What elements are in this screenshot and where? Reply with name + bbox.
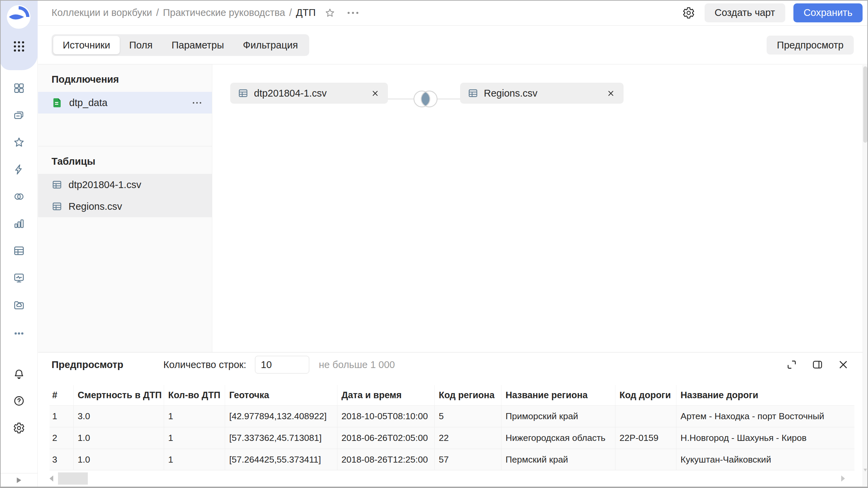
table-row: 2 1.0 1 [57.337362,45.713081] 2018-06-26… xyxy=(50,427,854,449)
column-header: Код дороги xyxy=(615,385,676,405)
preview-header: Предпросмотр Количество строк: не больше… xyxy=(38,352,868,377)
cell xyxy=(615,449,676,470)
cell xyxy=(615,406,676,427)
cell: 5 xyxy=(434,406,501,427)
all-services-grid-icon[interactable] xyxy=(12,39,26,54)
scroll-left-arrow[interactable] xyxy=(50,475,53,482)
row-count-label: Количество строк: xyxy=(163,359,246,370)
preview-title: Предпросмотр xyxy=(52,359,123,370)
preview-table-header: # Смертность в ДТП Кол-во ДТП Геоточка Д… xyxy=(50,385,854,405)
cell: Н.Новгород - Шахунья - Киров xyxy=(676,427,854,449)
cell: Артем - Находка - порт Восточный xyxy=(676,406,854,427)
close-preview-icon[interactable] xyxy=(836,358,850,372)
column-header: Код региона xyxy=(434,385,501,405)
tab-sources[interactable]: Источники xyxy=(53,36,120,54)
table-name: Regions.csv xyxy=(68,201,122,212)
table-row: 1 3.0 1 [42.977894,132.408922] 2018-10-0… xyxy=(50,405,854,427)
breadcrumb-separator: / xyxy=(289,7,292,18)
breadcrumb-more-icon[interactable] xyxy=(347,11,359,15)
collections-icon[interactable] xyxy=(13,82,25,94)
node-label: Regions.csv xyxy=(484,88,537,99)
connection-menu-icon[interactable] xyxy=(192,101,202,105)
remove-node-icon[interactable] xyxy=(606,88,616,99)
tab-parameters[interactable]: Параметры xyxy=(162,36,234,54)
sources-panel: Подключения dtp_data Таблицы dtp201 xyxy=(38,64,212,352)
workbooks-icon[interactable] xyxy=(13,109,25,121)
cell: 3 xyxy=(50,449,73,470)
table-icon xyxy=(468,88,478,99)
scroll-down-arrow[interactable] xyxy=(864,469,867,471)
dashboards-monitor-icon[interactable] xyxy=(13,272,25,284)
cell: 1.0 xyxy=(73,449,164,470)
preview-table: # Смертность в ДТП Кол-во ДТП Геоточка Д… xyxy=(50,385,854,470)
table-icon xyxy=(52,201,62,212)
preview-horizontal-scrollbar xyxy=(50,471,854,486)
connection-item-dtp-data[interactable]: dtp_data xyxy=(38,92,212,114)
more-ellipsis-icon[interactable] xyxy=(13,327,25,340)
dataset-tabs: Источники Поля Параметры Фильтрация xyxy=(52,34,309,56)
storage-folder-icon[interactable] xyxy=(13,299,25,311)
row-count-input[interactable] xyxy=(255,356,309,373)
cell: 22 xyxy=(434,427,501,449)
connection-name: dtp_data xyxy=(69,97,107,108)
datasets-venn-icon[interactable] xyxy=(13,190,25,203)
tables-section-title: Таблицы xyxy=(38,146,212,174)
tables-icon[interactable] xyxy=(13,245,25,257)
column-header: Геоточка xyxy=(225,385,337,405)
tab-fields[interactable]: Поля xyxy=(120,36,162,54)
column-header: # xyxy=(50,385,73,405)
table-item-regions[interactable]: Regions.csv xyxy=(38,196,212,217)
column-header: Кол-во ДТП xyxy=(164,385,225,405)
preview-panel: Предпросмотр Количество строк: не больше… xyxy=(38,352,868,488)
cell: Приморский край xyxy=(501,406,615,427)
cell: 1 xyxy=(164,449,225,470)
cell: 57 xyxy=(434,449,501,470)
cell: 1 xyxy=(50,406,73,427)
favorites-star-icon[interactable] xyxy=(13,136,25,148)
cell: [42.977894,132.408922] xyxy=(225,406,337,427)
create-chart-button[interactable]: Создать чарт xyxy=(705,3,785,22)
dock-right-panel-icon[interactable] xyxy=(810,358,825,372)
cell: 2 xyxy=(50,427,73,449)
cell: Нижегородская область xyxy=(501,427,615,449)
cell: Пермский край xyxy=(501,449,615,470)
scrollbar-thumb[interactable] xyxy=(863,66,867,143)
favorite-star-icon[interactable] xyxy=(324,7,335,18)
canvas-node-regions[interactable]: Regions.csv xyxy=(460,83,624,104)
breadcrumb-collections[interactable]: Коллекции и воркбуки xyxy=(52,7,152,18)
notifications-bell-icon[interactable] xyxy=(13,368,25,380)
scroll-right-arrow[interactable] xyxy=(841,475,845,482)
cell: 2018-06-26T02:05:00 xyxy=(337,427,434,449)
remove-node-icon[interactable] xyxy=(370,88,380,99)
cell: [57.337362,45.713081] xyxy=(225,427,337,449)
column-header: Дата и время xyxy=(337,385,434,405)
breadcrumb-guides[interactable]: Практические руководства xyxy=(163,7,285,18)
table-item-dtp201804[interactable]: dtp201804-1.csv xyxy=(38,174,212,196)
save-button[interactable]: Сохранить xyxy=(793,3,863,22)
table-name: dtp201804-1.csv xyxy=(68,179,141,190)
table-row: 3 1.0 1 [57.264425,55.373411] 2018-08-26… xyxy=(50,449,854,470)
breadcrumb-separator: / xyxy=(156,7,159,18)
canvas-node-dtp201804[interactable]: dtp201804-1.csv xyxy=(230,83,388,104)
charts-bars-icon[interactable] xyxy=(13,218,25,230)
breadcrumb-current-dataset: ДТП xyxy=(296,7,316,18)
page-vertical-scrollbar[interactable] xyxy=(863,65,867,486)
google-sheets-doc-icon xyxy=(52,97,63,108)
datalens-logo[interactable] xyxy=(6,4,32,30)
expand-rail-play-icon[interactable] xyxy=(14,476,23,485)
tab-filtering[interactable]: Фильтрация xyxy=(234,36,308,54)
expand-preview-icon[interactable] xyxy=(785,358,799,372)
connections-lightning-icon[interactable] xyxy=(13,163,25,176)
toggle-preview-button[interactable]: Предпросмотр xyxy=(767,36,854,55)
settings-gear-icon[interactable] xyxy=(13,422,25,434)
cell: 1.0 xyxy=(73,427,164,449)
join-canvas: dtp201804-1.csv Regions.csv xyxy=(213,64,868,352)
dataset-settings-gear-icon[interactable] xyxy=(681,5,696,21)
left-rail xyxy=(0,0,38,488)
join-type-inner-icon[interactable] xyxy=(411,88,440,110)
topbar-actions: Создать чарт Сохранить xyxy=(681,3,863,22)
table-icon xyxy=(238,88,249,99)
top-bar: Коллекции и воркбуки / Практические руко… xyxy=(38,0,868,26)
help-question-icon[interactable] xyxy=(13,395,25,407)
scrollbar-thumb[interactable] xyxy=(58,472,88,485)
